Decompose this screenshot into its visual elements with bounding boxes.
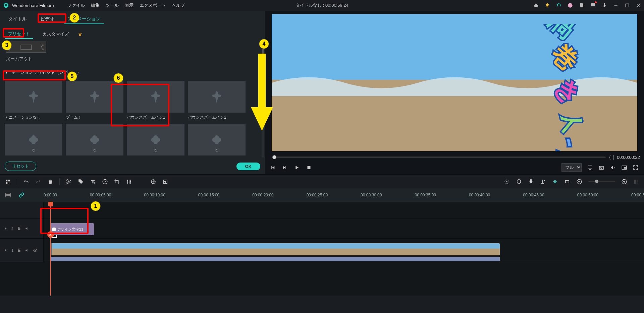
preview-seek-slider[interactable] bbox=[272, 156, 606, 158]
redo-icon[interactable] bbox=[35, 179, 41, 185]
lock-icon[interactable] bbox=[17, 226, 21, 231]
stop-icon[interactable] bbox=[306, 165, 312, 171]
preview-seekbar-row: { } 00:00:00:22 bbox=[265, 153, 644, 161]
auto-ripple-icon[interactable] bbox=[552, 179, 558, 185]
preset-bounce-zoom-in-1[interactable]: バウンスズームイン1 bbox=[127, 81, 184, 120]
zoom-in-icon[interactable] bbox=[621, 179, 627, 185]
close-icon[interactable] bbox=[636, 3, 641, 8]
preset-row2-1[interactable]: ↻ bbox=[5, 124, 62, 155]
screen-record-icon[interactable] bbox=[587, 165, 593, 171]
add-clip-icon[interactable] bbox=[5, 179, 11, 185]
svg-point-11 bbox=[601, 167, 602, 169]
eye-icon[interactable] bbox=[33, 248, 38, 253]
headset-icon[interactable] bbox=[556, 3, 561, 8]
mask-icon[interactable] bbox=[162, 179, 168, 185]
track-content-1[interactable] bbox=[44, 239, 644, 262]
mic-icon[interactable] bbox=[602, 3, 607, 8]
clip-video[interactable] bbox=[50, 243, 500, 255]
menu-file[interactable]: ファイル bbox=[67, 2, 85, 8]
main-area: タイトル ビデオ アニメーション プリセット カスタマイズ ♛ ↖↗ ↙↘ ズー… bbox=[0, 11, 644, 174]
playhead[interactable] bbox=[50, 202, 51, 296]
lightbulb-icon[interactable] bbox=[545, 3, 550, 8]
mark-out-icon[interactable]: } bbox=[613, 154, 614, 160]
playback-controls bbox=[265, 162, 317, 173]
voice-icon[interactable] bbox=[138, 179, 144, 185]
lock-icon[interactable] bbox=[17, 248, 21, 253]
snapshot-icon[interactable] bbox=[598, 165, 604, 171]
svg-rect-9 bbox=[588, 166, 592, 169]
menu-export[interactable]: エクスポート bbox=[140, 2, 166, 8]
cut-marker-icon[interactable] bbox=[47, 231, 54, 238]
link-icon[interactable] bbox=[18, 192, 25, 198]
clip-title-text[interactable]: T デザイン文字21 bbox=[50, 223, 94, 235]
svg-rect-28 bbox=[634, 180, 636, 184]
main-menu: ファイル 編集 ツール 表示 エクスポート ヘルプ bbox=[67, 2, 185, 8]
timeline-layout-icon[interactable] bbox=[633, 179, 639, 185]
mute-icon[interactable] bbox=[25, 226, 30, 231]
panel-sub-tabs: プリセット カスタマイズ ♛ bbox=[0, 24, 265, 42]
resolution-dropdown[interactable]: フル bbox=[561, 163, 582, 172]
menu-help[interactable]: ヘルプ bbox=[172, 2, 185, 8]
track-toggle-icon[interactable] bbox=[3, 226, 8, 231]
text-format-icon[interactable] bbox=[90, 179, 96, 185]
preset-none[interactable]: アニメーションなし bbox=[5, 81, 62, 120]
zoom-out-icon[interactable] bbox=[576, 179, 582, 185]
menu-tool[interactable]: ツール bbox=[106, 2, 119, 8]
pip-icon[interactable] bbox=[621, 165, 627, 171]
volume-icon[interactable] bbox=[610, 165, 616, 171]
titlebar-right bbox=[533, 2, 641, 9]
zoom-out-thumb[interactable]: ↖↗ ↙↘ bbox=[6, 42, 46, 53]
zoom-slider[interactable] bbox=[588, 181, 615, 182]
snap-icon[interactable] bbox=[564, 179, 570, 185]
avatar-icon[interactable] bbox=[568, 3, 573, 8]
cut-icon[interactable] bbox=[66, 179, 72, 185]
category-motion-preset-legacy[interactable]: モーションプリセット（レガシー） bbox=[5, 67, 260, 78]
svg-point-0 bbox=[568, 3, 572, 7]
svg-rect-10 bbox=[599, 166, 603, 169]
track-toggle-icon[interactable] bbox=[3, 248, 8, 253]
tab-title[interactable]: タイトル bbox=[5, 15, 30, 24]
adjust-icon[interactable] bbox=[126, 179, 132, 185]
sub-tab-customize[interactable]: カスタマイズ bbox=[39, 30, 72, 39]
preset-bounce-zoom-in-2[interactable]: バウンスズームイン2 bbox=[188, 81, 246, 120]
speed-icon[interactable] bbox=[102, 179, 108, 185]
inbox-icon[interactable] bbox=[590, 2, 596, 9]
preset-boom[interactable]: ブーム！ bbox=[66, 81, 123, 120]
play-icon[interactable] bbox=[294, 165, 300, 171]
render-icon[interactable] bbox=[504, 179, 510, 185]
sub-tab-preset[interactable]: プリセット bbox=[5, 29, 33, 39]
prev-frame-icon[interactable] bbox=[270, 165, 276, 171]
minimize-icon[interactable] bbox=[613, 3, 619, 8]
delete-icon[interactable] bbox=[47, 179, 53, 185]
next-frame-icon[interactable] bbox=[282, 165, 288, 171]
menu-edit[interactable]: 編集 bbox=[91, 2, 100, 8]
tab-video[interactable]: ビデオ bbox=[37, 15, 58, 24]
ok-button[interactable]: OK bbox=[236, 163, 261, 170]
preset-row2-3[interactable]: ↻ bbox=[127, 124, 184, 155]
marker-icon[interactable] bbox=[516, 179, 522, 185]
preset-row2-2[interactable]: ↻ bbox=[66, 124, 123, 155]
track-content-2[interactable]: T デザイン文字21 bbox=[44, 218, 644, 238]
save-icon[interactable] bbox=[579, 3, 584, 8]
audio-mixer-icon[interactable] bbox=[540, 179, 546, 185]
track-title: 2 T デザイン文字21 bbox=[0, 218, 644, 239]
clip-audio[interactable] bbox=[50, 257, 500, 261]
track-number: 2 bbox=[11, 227, 13, 231]
media-pool-icon[interactable] bbox=[5, 192, 11, 198]
tag-icon[interactable] bbox=[78, 179, 84, 185]
timeline-ruler[interactable]: 0:00:00 00:00:05:00 00:00:10:00 00:00:15… bbox=[0, 188, 644, 202]
fullscreen-icon[interactable] bbox=[633, 165, 639, 171]
maximize-icon[interactable] bbox=[625, 3, 630, 8]
menu-view[interactable]: 表示 bbox=[125, 2, 133, 8]
mute-icon[interactable] bbox=[25, 248, 30, 253]
undo-icon[interactable] bbox=[23, 179, 29, 185]
mark-in-icon[interactable]: { bbox=[609, 154, 611, 160]
color-icon[interactable] bbox=[150, 179, 156, 185]
reset-button[interactable]: リセット bbox=[5, 162, 36, 171]
app-name: Wondershare Filmora bbox=[12, 3, 54, 8]
cloud-icon[interactable] bbox=[533, 3, 539, 8]
preset-row2-4[interactable]: ↻ bbox=[188, 124, 246, 155]
preview-video: 渦 巻 き イ ン bbox=[272, 14, 637, 151]
crop-icon[interactable] bbox=[114, 179, 120, 185]
voiceover-icon[interactable] bbox=[528, 179, 534, 185]
